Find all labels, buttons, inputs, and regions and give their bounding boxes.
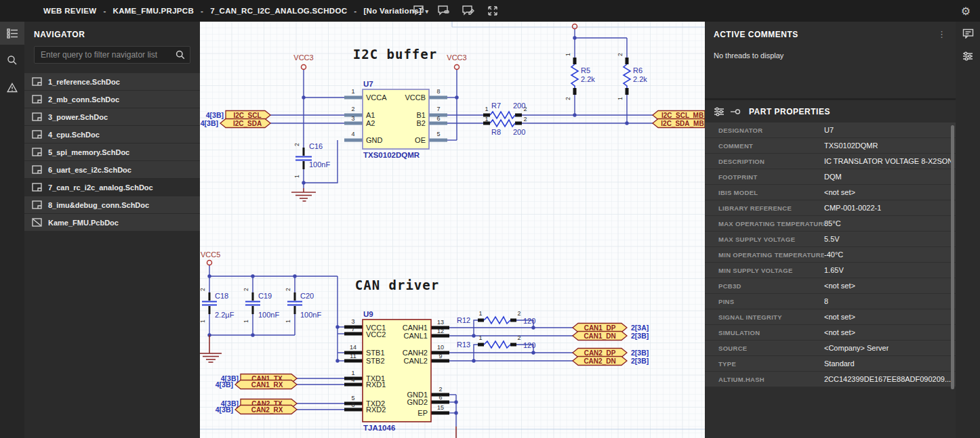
document-name: 7_CAN_RC_I2C_ANALOG.SCHDOC xyxy=(210,7,347,15)
svg-text:1: 1 xyxy=(485,116,488,123)
property-row: SIMULATION<not set> xyxy=(705,325,956,341)
svg-text:15: 15 xyxy=(437,404,444,411)
breadcrumb-separator: - xyxy=(103,7,106,15)
svg-text:CAN2_RX: CAN2_RX xyxy=(251,406,283,414)
comments-panel-icon[interactable] xyxy=(956,22,980,45)
port-I2C_SCL_MB[interactable]: I2C_SCL_MB xyxy=(653,111,705,120)
svg-text:R6: R6 xyxy=(633,66,642,74)
svg-text:CAN1_RX: CAN1_RX xyxy=(251,381,283,389)
nav-item-pcbdoc[interactable]: Kame_FMU.PcbDoc xyxy=(24,214,200,231)
nav-item-schdoc[interactable]: 3_power.SchDoc xyxy=(24,108,200,125)
svg-text:5: 5 xyxy=(436,131,440,137)
nav-item-schdoc[interactable]: 5_spi_memory.SchDoc xyxy=(24,144,200,160)
svg-text:I2C_SDA: I2C_SDA xyxy=(233,120,262,127)
property-row: DESCRIPTIONIC TRANSLATOR VOLTAGE 8-X2SON xyxy=(705,154,956,169)
svg-text:CAN1_DN: CAN1_DN xyxy=(584,332,615,340)
schdoc-icon xyxy=(32,130,42,139)
nav-item-schdoc[interactable]: 2_mb_conn.SchDoc xyxy=(24,91,200,108)
svg-text:2: 2 xyxy=(438,386,442,393)
edit-comment-icon[interactable] xyxy=(461,4,475,18)
port-CAN1_RX[interactable]: CAN1_RX 4[3B] xyxy=(216,380,297,389)
port-I2C_SCL[interactable]: I2C_SCL 4[3B] xyxy=(206,111,270,120)
svg-text:1: 1 xyxy=(617,97,624,100)
port-I2C_SDA_MB[interactable]: I2C_SDA_MB xyxy=(653,119,705,128)
properties-panel-icon[interactable] xyxy=(956,45,980,68)
schematic-viewport: I2C buffer xyxy=(200,22,705,438)
svg-text:VCCA: VCCA xyxy=(366,93,387,102)
svg-text:2.2µF: 2.2µF xyxy=(215,311,234,319)
navigator-search-input[interactable] xyxy=(35,47,190,63)
nav-item-schdoc-selected[interactable]: 7_can_rc_i2c_analog.SchDoc xyxy=(24,179,200,196)
add-comment-icon[interactable] xyxy=(412,4,426,18)
breadcrumb-separator: - xyxy=(354,7,356,15)
svg-text:1: 1 xyxy=(243,320,249,323)
property-row: PINS8 xyxy=(705,294,956,309)
navigator-title: NAVIGATOR xyxy=(24,22,200,39)
svg-text:EP: EP xyxy=(417,409,428,417)
svg-text:GND: GND xyxy=(366,136,383,144)
svg-text:1: 1 xyxy=(478,310,482,317)
port-I2C_SDA[interactable]: I2C_SDA 4[3B] xyxy=(201,119,270,128)
svg-text:B2: B2 xyxy=(417,119,426,127)
pin-icon xyxy=(730,108,741,115)
properties-scrollbar[interactable] xyxy=(951,125,954,410)
navigator-document-list: 1_reference.SchDoc 2_mb_conn.SchDoc 3_po… xyxy=(24,73,200,231)
sliders-icon xyxy=(714,107,724,116)
part-properties-title: PART PROPERTIES xyxy=(749,107,830,116)
svg-text:R8: R8 xyxy=(491,128,501,136)
kebab-menu-icon[interactable]: ⋮ xyxy=(937,31,946,38)
svg-text:4[3B]: 4[3B] xyxy=(216,380,233,389)
port-CAN2_DP[interactable]: CAN2_DP 2[3B] xyxy=(573,349,649,357)
svg-text:VCC5: VCC5 xyxy=(201,250,220,259)
port-CAN2_RX[interactable]: CAN2_RX 4[3B] xyxy=(216,406,297,414)
svg-text:R7: R7 xyxy=(491,102,501,110)
project-name: KAME_FMU.PRJPCB xyxy=(113,7,195,15)
svg-text:2[3A]: 2[3A] xyxy=(631,324,649,332)
fullscreen-icon[interactable] xyxy=(485,4,499,18)
svg-text:1: 1 xyxy=(565,53,571,56)
property-row: ALTIUM.HASH2CC142399DE167EE88ADF090209..… xyxy=(705,372,956,387)
svg-text:5: 5 xyxy=(351,395,354,401)
resolve-comment-icon[interactable] xyxy=(436,4,451,18)
schematic-canvas[interactable]: I2C buffer xyxy=(200,22,705,438)
svg-text:9: 9 xyxy=(438,353,442,359)
svg-text:14: 14 xyxy=(350,344,356,351)
property-row: IBIS MODEL<not set> xyxy=(705,185,956,200)
nav-item-schdoc[interactable]: 4_cpu.SchDoc xyxy=(24,126,200,143)
nav-item-label: 5_spi_memory.SchDoc xyxy=(48,148,129,156)
port-CAN2_DN[interactable]: CAN2_DN 2[3B] xyxy=(573,357,649,366)
svg-text:CANL1: CANL1 xyxy=(404,332,428,340)
svg-text:I2C_SCL: I2C_SCL xyxy=(233,112,261,119)
svg-text:R12: R12 xyxy=(457,316,470,324)
comments-empty-message: No threads to display xyxy=(705,39,956,60)
svg-text:7: 7 xyxy=(436,106,440,112)
navigator-panel-icon[interactable] xyxy=(0,22,24,45)
svg-text:2[3B]: 2[3B] xyxy=(631,332,649,340)
svg-text:1: 1 xyxy=(200,320,206,323)
svg-text:CANH1: CANH1 xyxy=(403,324,428,332)
settings-gear-icon[interactable]: ⚙ xyxy=(961,0,971,22)
nav-item-label: 1_reference.SchDoc xyxy=(48,78,120,86)
property-row: TYPEStandard xyxy=(705,356,956,372)
svg-text:3: 3 xyxy=(351,115,354,122)
search-panel-icon[interactable] xyxy=(0,49,24,72)
port-CAN1_DP[interactable]: CAN1_DP 2[3A] xyxy=(573,324,649,332)
svg-text:1: 1 xyxy=(285,320,291,323)
svg-text:13: 13 xyxy=(437,319,444,326)
nav-item-schdoc[interactable]: 8_imu&debug_conn.SchDoc xyxy=(24,196,200,213)
svg-text:GND2: GND2 xyxy=(407,398,428,406)
svg-text:6: 6 xyxy=(436,115,440,122)
svg-text:2: 2 xyxy=(293,143,300,146)
svg-text:OE: OE xyxy=(415,136,426,144)
section-title-i2c: I2C buffer xyxy=(353,47,437,62)
svg-text:2: 2 xyxy=(285,288,291,291)
nav-item-schdoc[interactable]: 1_reference.SchDoc xyxy=(24,73,200,90)
schdoc-icon xyxy=(32,183,42,192)
search-icon xyxy=(176,50,185,62)
violations-warning-icon[interactable] xyxy=(0,76,24,99)
svg-text:CAN1_DP: CAN1_DP xyxy=(584,324,616,332)
port-CAN1_DN[interactable]: CAN1_DN 2[3B] xyxy=(573,332,649,341)
svg-text:VCC3: VCC3 xyxy=(293,53,313,62)
svg-text:A1: A1 xyxy=(366,111,375,119)
nav-item-schdoc[interactable]: 6_uart_esc_i2c.SchDoc xyxy=(24,161,200,178)
